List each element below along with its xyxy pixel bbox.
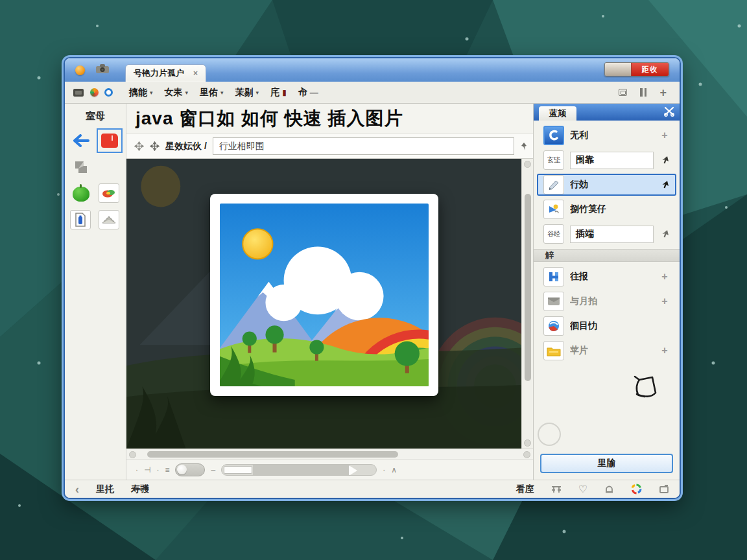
panel-row-selected[interactable]: 行効 xyxy=(537,174,676,196)
scroll-left-button[interactable] xyxy=(129,451,136,458)
row-field[interactable]: 插端 xyxy=(570,226,654,243)
menu-item-4[interactable]: 茉剔 ▾ xyxy=(230,85,265,100)
minus-glyph[interactable]: – xyxy=(211,465,215,474)
panel-row[interactable]: 往报 + xyxy=(537,266,676,288)
title-bar: 号艳力片孤户 × 距收 xyxy=(65,58,680,82)
cursor-icon[interactable] xyxy=(659,156,670,165)
text-tool-icon[interactable]: 玄坒 xyxy=(543,150,564,170)
menu-item-3[interactable]: 里佑 ▾ xyxy=(194,85,230,100)
plus-icon[interactable]: + xyxy=(659,87,667,99)
blue-ring-icon[interactable] xyxy=(104,88,113,97)
bench-icon[interactable] xyxy=(551,485,562,494)
menu-item-2[interactable]: 女耒 ▾ xyxy=(159,85,195,100)
window-control-icon[interactable] xyxy=(75,65,85,75)
text-tool-icon[interactable]: 谷经 xyxy=(543,224,564,244)
color-ball-icon[interactable] xyxy=(90,88,99,97)
panel-row[interactable]: 徊目忇 xyxy=(537,315,676,337)
panel-row[interactable]: 与月拍 + xyxy=(537,290,676,312)
apple-icon[interactable] xyxy=(70,183,92,204)
plus-icon[interactable]: + xyxy=(659,296,670,307)
zoom-slider-handle[interactable] xyxy=(224,466,252,474)
status-item-1[interactable]: 里扥 xyxy=(96,484,114,495)
hscroll-thumb[interactable] xyxy=(147,451,398,458)
record-button[interactable]: 距收 xyxy=(604,62,669,76)
scroll-right-button[interactable] xyxy=(523,451,530,458)
inserted-photo[interactable] xyxy=(210,194,438,396)
panel-row[interactable]: 捌竹筽仔 xyxy=(537,198,676,220)
editor-center: java 窗口如 如何 快速 插入图片 星效妘伙 / xyxy=(126,104,533,480)
scroll-up-button[interactable] xyxy=(524,161,531,168)
globe-icon[interactable] xyxy=(543,316,564,336)
document-tab[interactable]: 号艳力片孤户 × xyxy=(125,64,206,82)
scissors-icon[interactable] xyxy=(663,106,675,117)
battery-file-icon[interactable] xyxy=(70,210,91,229)
pen-icon[interactable] xyxy=(543,175,564,194)
paint-icon[interactable] xyxy=(543,200,564,219)
mail-icon[interactable] xyxy=(543,292,564,311)
plus-icon[interactable]: + xyxy=(659,130,670,141)
red-shape-tool[interactable] xyxy=(99,130,121,151)
screenshot-icon[interactable] xyxy=(73,88,84,97)
dot-glyph: · xyxy=(383,465,385,474)
menu-item-6[interactable]: 㠳 — xyxy=(292,85,324,100)
move-icon[interactable] xyxy=(150,141,160,151)
pin-icon[interactable] xyxy=(520,142,528,151)
left-sidebar: 室母 xyxy=(65,104,126,480)
palette-icon[interactable] xyxy=(99,183,119,203)
menu-item-5[interactable]: 㡯 ▮ xyxy=(265,85,292,100)
app-window: 号艳力片孤户 × 距收 摛能 ▾ 女耒 xyxy=(64,57,681,499)
move-icon[interactable] xyxy=(134,141,144,151)
back-chevron-icon[interactable]: ‹ xyxy=(75,484,79,495)
toggle-switch[interactable] xyxy=(175,463,205,476)
status-item-2[interactable]: 寿彟 xyxy=(131,484,149,495)
scroll-down-button[interactable] xyxy=(524,439,531,447)
copy-icon[interactable] xyxy=(619,89,627,96)
back-arrow-icon[interactable] xyxy=(70,130,92,151)
panel-row[interactable]: 无利 + xyxy=(537,124,676,146)
canvas-row xyxy=(126,158,533,449)
send-icon[interactable] xyxy=(99,210,119,229)
bell-icon[interactable] xyxy=(604,484,614,494)
menu-label: 茉剔 xyxy=(235,87,254,99)
panel-tab[interactable]: 蓝颃 xyxy=(539,106,576,121)
phone-icon[interactable] xyxy=(543,126,564,145)
heart-icon[interactable]: ♡ xyxy=(578,483,587,495)
search-input[interactable] xyxy=(213,137,514,155)
cursor-icon[interactable] xyxy=(659,229,670,239)
zoom-slider-arrow xyxy=(349,465,357,476)
panel-row[interactable]: 谷经 插端 xyxy=(537,223,676,245)
zoom-slider[interactable] xyxy=(221,464,377,476)
window-icon[interactable] xyxy=(659,485,669,494)
cursor-icon[interactable] xyxy=(659,180,670,189)
landscape-image xyxy=(220,204,429,386)
chevron-up-icon[interactable]: ∧ xyxy=(391,465,397,474)
record-button-grip xyxy=(605,63,632,76)
plus-icon[interactable]: + xyxy=(659,271,670,283)
zoom-bar: · ⊣ · ≡ – · ∧ xyxy=(126,459,533,480)
toggle-knob[interactable] xyxy=(177,465,187,474)
horizontal-scrollbar[interactable] xyxy=(126,449,533,459)
desktop: 号艳力片孤户 × 距收 摛能 ▾ 女耒 xyxy=(0,0,747,560)
sync-colorful-icon[interactable] xyxy=(631,484,642,495)
panel-tab-bar: 蓝颃 xyxy=(534,104,680,121)
h-letter-icon[interactable] xyxy=(543,267,564,286)
vertical-scrollbar[interactable] xyxy=(521,159,533,449)
panel-row[interactable]: 玄坒 围靠 xyxy=(537,149,676,171)
panel-row[interactable]: 苹片 + xyxy=(537,340,676,362)
tab-close-icon[interactable]: × xyxy=(193,69,198,78)
vscroll-track[interactable] xyxy=(525,170,531,438)
row-label: 苹片 xyxy=(570,345,654,356)
row-field[interactable]: 围靠 xyxy=(570,152,654,169)
block-icon: ▮ xyxy=(282,88,287,97)
plus-icon[interactable]: + xyxy=(659,345,670,356)
tack-icon[interactable]: ⊣ xyxy=(144,465,150,474)
pause-icon[interactable] xyxy=(640,88,646,97)
menu-item-1[interactable]: 摛能 ▾ xyxy=(123,85,159,100)
folder-yellow-icon[interactable] xyxy=(543,341,564,360)
field-label: 星效妘伙 / xyxy=(165,141,207,152)
canvas[interactable] xyxy=(126,159,521,449)
lines-icon[interactable]: ≡ xyxy=(165,465,169,474)
confirm-button[interactable]: 里牏 xyxy=(540,454,673,473)
vscroll-thumb[interactable] xyxy=(525,194,531,381)
crop-icon[interactable] xyxy=(70,157,92,178)
